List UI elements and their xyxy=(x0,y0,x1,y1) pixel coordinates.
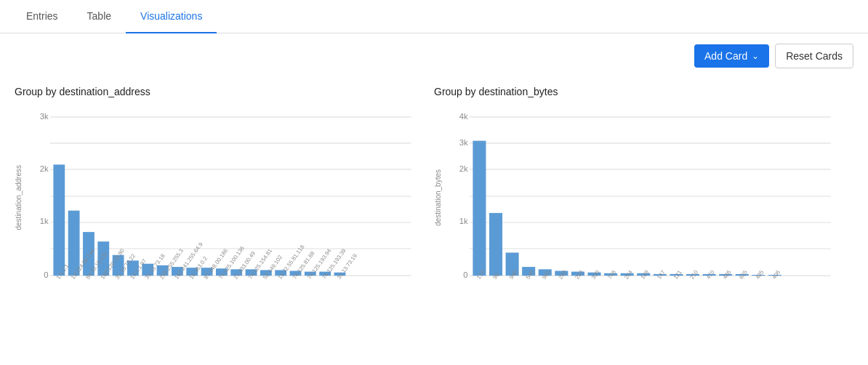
svg-text:3k: 3k xyxy=(459,138,468,147)
svg-text:210: 210 xyxy=(688,269,699,281)
svg-text:264: 264 xyxy=(623,269,634,281)
reset-cards-button[interactable]: Reset Cards xyxy=(775,44,853,68)
chart1-container: destination_address 3k 2k 1k 0 xyxy=(15,109,419,286)
tabs-bar: Entries Table Visualizations xyxy=(0,0,868,33)
svg-text:121: 121 xyxy=(672,269,683,281)
chart2-svg: 4k 3k 2k 1k 0 xyxy=(445,109,839,284)
svg-text:486: 486 xyxy=(721,269,732,281)
svg-text:0: 0 xyxy=(44,271,48,280)
chart2-inner: 4k 3k 2k 1k 0 xyxy=(445,109,839,286)
add-card-label: Add Card xyxy=(704,50,747,62)
svg-text:0: 0 xyxy=(463,271,467,280)
svg-text:1k: 1k xyxy=(459,217,468,225)
svg-text:147: 147 xyxy=(656,269,667,281)
svg-rect-64 xyxy=(489,213,502,276)
svg-text:665: 665 xyxy=(738,269,749,281)
svg-text:109: 109 xyxy=(639,269,650,281)
chart1-y-label: destination_address xyxy=(15,165,23,230)
charts-area: Group by destination_address destination… xyxy=(0,79,868,301)
svg-text:330: 330 xyxy=(590,269,601,281)
toolbar: Add Card ⌄ Reset Cards xyxy=(0,33,868,79)
chart1-svg: 3k 2k 1k 0 xyxy=(25,109,419,284)
tab-visualizations[interactable]: Visualizations xyxy=(126,0,217,33)
chart1-inner: 3k 2k 1k 0 xyxy=(25,109,419,286)
svg-text:2k: 2k xyxy=(40,164,49,173)
svg-text:748: 748 xyxy=(606,269,617,281)
chart2-title: Group by destination_bytes xyxy=(434,86,839,97)
chart2-container: destination_bytes 4k 3k 2k 1k 0 xyxy=(434,109,839,286)
add-card-button[interactable]: Add Card ⌄ xyxy=(694,44,769,68)
chart2-y-label: destination_bytes xyxy=(434,169,442,226)
chevron-down-icon: ⌄ xyxy=(752,51,759,61)
svg-text:406: 406 xyxy=(771,269,781,281)
svg-text:283: 283 xyxy=(558,269,568,281)
svg-text:283: 283 xyxy=(574,269,584,281)
svg-text:470: 470 xyxy=(705,269,716,281)
svg-text:3k: 3k xyxy=(40,112,49,121)
tab-table[interactable]: Table xyxy=(73,0,126,33)
chart-destination-address: Group by destination_address destination… xyxy=(15,86,434,286)
tab-entries[interactable]: Entries xyxy=(12,0,73,33)
chart-destination-bytes: Group by destination_bytes destination_b… xyxy=(434,86,853,286)
svg-rect-63 xyxy=(473,141,486,276)
chart1-title: Group by destination_address xyxy=(15,86,419,97)
svg-text:485: 485 xyxy=(755,269,765,281)
svg-rect-11 xyxy=(53,164,65,276)
svg-text:1k: 1k xyxy=(40,217,49,225)
svg-text:4k: 4k xyxy=(459,112,468,121)
svg-text:2k: 2k xyxy=(459,164,468,173)
